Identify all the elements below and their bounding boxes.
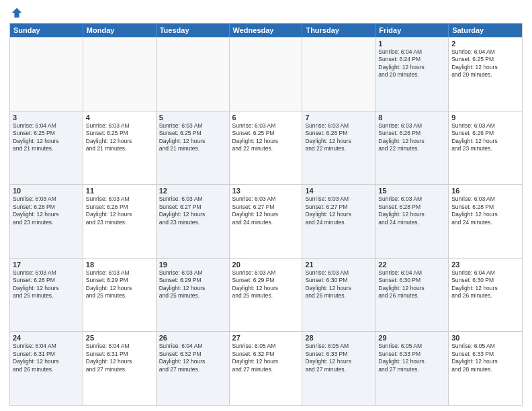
day-number: 4	[86, 113, 153, 122]
calendar-cell: 25Sunrise: 6:04 AM Sunset: 6:31 PM Dayli…	[83, 332, 157, 405]
calendar-cell: 10Sunrise: 6:03 AM Sunset: 6:26 PM Dayli…	[10, 185, 83, 258]
weekday-header: Friday	[375, 24, 449, 37]
calendar-cell: 4Sunrise: 6:03 AM Sunset: 6:25 PM Daylig…	[83, 111, 157, 185]
calendar-cell: 19Sunrise: 6:03 AM Sunset: 6:29 PM Dayli…	[157, 259, 230, 332]
calendar-cell: 30Sunrise: 6:05 AM Sunset: 6:33 PM Dayli…	[449, 332, 522, 405]
day-info: Sunrise: 6:03 AM Sunset: 6:26 PM Dayligh…	[305, 122, 372, 153]
day-info: Sunrise: 6:04 AM Sunset: 6:25 PM Dayligh…	[13, 122, 80, 153]
day-info: Sunrise: 6:03 AM Sunset: 6:27 PM Dayligh…	[305, 195, 372, 226]
calendar-cell: 15Sunrise: 6:03 AM Sunset: 6:28 PM Dayli…	[375, 185, 449, 258]
weekday-header: Saturday	[449, 24, 522, 37]
calendar-cell: 21Sunrise: 6:03 AM Sunset: 6:30 PM Dayli…	[302, 259, 375, 332]
calendar-cell: 14Sunrise: 6:03 AM Sunset: 6:27 PM Dayli…	[302, 185, 375, 258]
day-number: 20	[232, 261, 300, 269]
day-info: Sunrise: 6:03 AM Sunset: 6:25 PM Dayligh…	[86, 122, 153, 153]
day-number: 2	[451, 40, 519, 48]
day-number: 8	[378, 113, 445, 122]
day-number: 18	[86, 261, 153, 269]
day-number: 7	[305, 113, 372, 122]
day-info: Sunrise: 6:03 AM Sunset: 6:29 PM Dayligh…	[86, 269, 153, 300]
weekday-header: Wednesday	[230, 24, 303, 37]
calendar-cell: 9Sunrise: 6:03 AM Sunset: 6:26 PM Daylig…	[449, 111, 522, 185]
day-number: 27	[232, 334, 300, 342]
calendar-cell: 22Sunrise: 6:04 AM Sunset: 6:30 PM Dayli…	[375, 259, 449, 332]
day-info: Sunrise: 6:03 AM Sunset: 6:26 PM Dayligh…	[378, 122, 445, 153]
weekday-header: Thursday	[302, 24, 375, 37]
day-number: 21	[305, 261, 372, 269]
calendar-cell	[230, 38, 303, 111]
calendar-cell: 26Sunrise: 6:04 AM Sunset: 6:32 PM Dayli…	[157, 332, 230, 405]
day-info: Sunrise: 6:03 AM Sunset: 6:25 PM Dayligh…	[232, 122, 300, 153]
calendar-cell: 29Sunrise: 6:05 AM Sunset: 6:33 PM Dayli…	[375, 332, 449, 405]
day-number: 22	[378, 261, 445, 269]
calendar-cell: 17Sunrise: 6:03 AM Sunset: 6:28 PM Dayli…	[10, 259, 83, 332]
calendar-body: 1Sunrise: 6:04 AM Sunset: 6:24 PM Daylig…	[10, 37, 522, 405]
day-number: 16	[451, 187, 519, 195]
day-number: 6	[232, 113, 300, 122]
day-info: Sunrise: 6:03 AM Sunset: 6:27 PM Dayligh…	[159, 195, 226, 226]
weekday-header: Tuesday	[157, 24, 230, 37]
calendar-cell: 12Sunrise: 6:03 AM Sunset: 6:27 PM Dayli…	[157, 185, 230, 258]
day-info: Sunrise: 6:04 AM Sunset: 6:32 PM Dayligh…	[159, 342, 226, 373]
calendar-row: 3Sunrise: 6:04 AM Sunset: 6:25 PM Daylig…	[10, 111, 522, 185]
calendar-cell: 27Sunrise: 6:05 AM Sunset: 6:32 PM Dayli…	[230, 332, 303, 405]
day-info: Sunrise: 6:03 AM Sunset: 6:28 PM Dayligh…	[451, 195, 519, 226]
day-info: Sunrise: 6:03 AM Sunset: 6:25 PM Dayligh…	[159, 122, 226, 153]
day-number: 23	[451, 261, 519, 269]
day-number: 29	[378, 334, 445, 342]
calendar-cell: 1Sunrise: 6:04 AM Sunset: 6:24 PM Daylig…	[375, 38, 449, 111]
calendar-cell	[302, 38, 375, 111]
calendar-cell: 18Sunrise: 6:03 AM Sunset: 6:29 PM Dayli…	[83, 259, 157, 332]
day-number: 14	[305, 187, 372, 195]
day-info: Sunrise: 6:03 AM Sunset: 6:30 PM Dayligh…	[305, 269, 372, 300]
day-info: Sunrise: 6:04 AM Sunset: 6:24 PM Dayligh…	[378, 48, 445, 79]
day-number: 13	[232, 187, 300, 195]
calendar-row: 1Sunrise: 6:04 AM Sunset: 6:24 PM Daylig…	[10, 37, 522, 111]
calendar-cell: 8Sunrise: 6:03 AM Sunset: 6:26 PM Daylig…	[375, 111, 449, 185]
day-info: Sunrise: 6:03 AM Sunset: 6:27 PM Dayligh…	[232, 195, 300, 226]
day-info: Sunrise: 6:04 AM Sunset: 6:30 PM Dayligh…	[378, 269, 445, 300]
calendar-cell	[83, 38, 157, 111]
day-info: Sunrise: 6:03 AM Sunset: 6:28 PM Dayligh…	[378, 195, 445, 226]
day-info: Sunrise: 6:03 AM Sunset: 6:26 PM Dayligh…	[13, 195, 80, 226]
day-info: Sunrise: 6:05 AM Sunset: 6:33 PM Dayligh…	[378, 342, 445, 373]
calendar-cell: 2Sunrise: 6:04 AM Sunset: 6:25 PM Daylig…	[449, 38, 522, 111]
calendar-cell: 7Sunrise: 6:03 AM Sunset: 6:26 PM Daylig…	[302, 111, 375, 185]
calendar-cell	[10, 38, 83, 111]
weekday-header: Sunday	[10, 24, 83, 37]
calendar-cell: 24Sunrise: 6:04 AM Sunset: 6:31 PM Dayli…	[10, 332, 83, 405]
header	[9, 7, 523, 19]
day-number: 9	[451, 113, 519, 122]
calendar-cell: 16Sunrise: 6:03 AM Sunset: 6:28 PM Dayli…	[449, 185, 522, 258]
calendar-cell: 3Sunrise: 6:04 AM Sunset: 6:25 PM Daylig…	[10, 111, 83, 185]
page: SundayMondayTuesdayWednesdayThursdayFrid…	[0, 0, 532, 411]
day-number: 10	[13, 187, 80, 195]
day-info: Sunrise: 6:04 AM Sunset: 6:30 PM Dayligh…	[451, 269, 519, 300]
day-number: 3	[13, 113, 80, 122]
calendar: SundayMondayTuesdayWednesdayThursdayFrid…	[9, 23, 523, 406]
calendar-cell: 6Sunrise: 6:03 AM Sunset: 6:25 PM Daylig…	[230, 111, 303, 185]
calendar-cell: 13Sunrise: 6:03 AM Sunset: 6:27 PM Dayli…	[230, 185, 303, 258]
day-number: 25	[86, 334, 153, 342]
day-number: 26	[159, 334, 226, 342]
day-number: 17	[13, 261, 80, 269]
weekday-header: Monday	[83, 24, 157, 37]
day-info: Sunrise: 6:03 AM Sunset: 6:29 PM Dayligh…	[159, 269, 226, 300]
logo-icon	[11, 7, 23, 19]
calendar-row: 10Sunrise: 6:03 AM Sunset: 6:26 PM Dayli…	[10, 184, 522, 258]
day-info: Sunrise: 6:05 AM Sunset: 6:33 PM Dayligh…	[451, 342, 519, 373]
calendar-cell: 5Sunrise: 6:03 AM Sunset: 6:25 PM Daylig…	[157, 111, 230, 185]
day-number: 15	[378, 187, 445, 195]
day-info: Sunrise: 6:03 AM Sunset: 6:26 PM Dayligh…	[451, 122, 519, 153]
day-info: Sunrise: 6:03 AM Sunset: 6:26 PM Dayligh…	[86, 195, 153, 226]
day-info: Sunrise: 6:03 AM Sunset: 6:29 PM Dayligh…	[232, 269, 300, 300]
day-number: 24	[13, 334, 80, 342]
calendar-row: 17Sunrise: 6:03 AM Sunset: 6:28 PM Dayli…	[10, 258, 522, 332]
calendar-cell: 28Sunrise: 6:05 AM Sunset: 6:33 PM Dayli…	[302, 332, 375, 405]
day-info: Sunrise: 6:04 AM Sunset: 6:31 PM Dayligh…	[13, 342, 80, 373]
calendar-cell: 11Sunrise: 6:03 AM Sunset: 6:26 PM Dayli…	[83, 185, 157, 258]
day-info: Sunrise: 6:05 AM Sunset: 6:32 PM Dayligh…	[232, 342, 300, 373]
day-number: 5	[159, 113, 226, 122]
day-number: 28	[305, 334, 372, 342]
calendar-cell: 23Sunrise: 6:04 AM Sunset: 6:30 PM Dayli…	[449, 259, 522, 332]
